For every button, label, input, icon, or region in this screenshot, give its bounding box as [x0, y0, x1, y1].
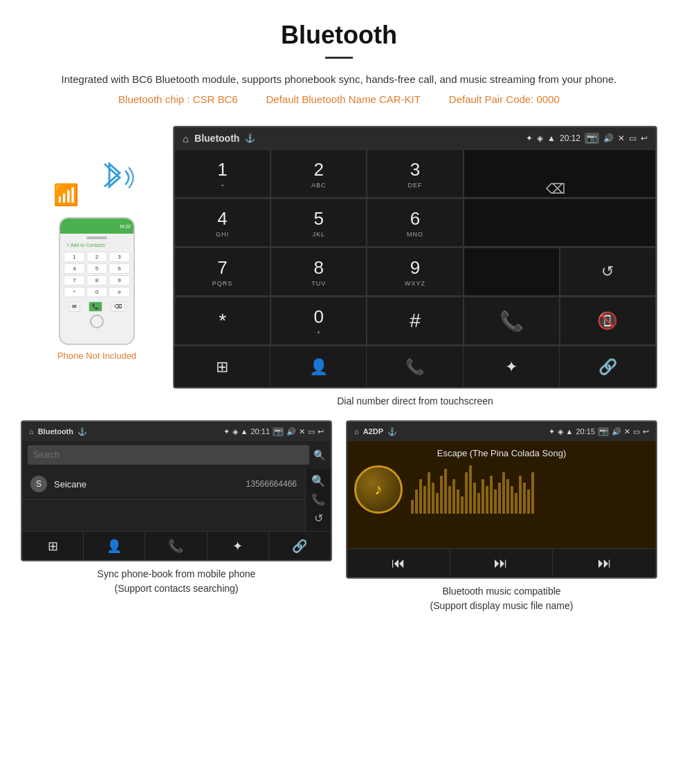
dial-bottom-bar: ⊞ 👤 📞 ✦ 🔗: [174, 346, 656, 387]
phonebook-screen: ⌂ Bluetooth ⚓ ✦ ◈ ▲ 20:11 📷 🔊 ✕ ▭ ↩: [21, 420, 332, 561]
dial-call-green-btn[interactable]: 📞: [464, 297, 560, 345]
music-bar: [527, 489, 530, 514]
music-bar: [469, 465, 472, 514]
dial-phone-icon[interactable]: 📞: [367, 346, 463, 387]
phone-key-3: 3: [109, 252, 129, 262]
phone-voicemail-btn: ✉: [68, 301, 80, 312]
pb-btn-phone[interactable]: 📞: [145, 532, 207, 560]
dial-link-icon[interactable]: 🔗: [560, 346, 656, 387]
phone-keypad: 1 2 3 4 5 6 7 8 9 * 0 #: [64, 252, 129, 297]
pb-search-input[interactable]: [28, 445, 309, 465]
pb-status-bar: ⌂ Bluetooth ⚓ ✦ ◈ ▲ 20:11 📷 🔊 ✕ ▭ ↩: [22, 422, 331, 441]
music-bar: [419, 479, 422, 514]
music-bar: [411, 500, 414, 514]
dial-row-3: 7PQRS 8TUV 9WXYZ ↺: [174, 248, 656, 297]
dial-call-red-btn[interactable]: 📵: [560, 297, 656, 345]
dial-close-icon: ✕: [618, 133, 625, 143]
music-bar: [490, 476, 493, 514]
pb-btn-contacts[interactable]: 👤: [84, 532, 145, 560]
main-content: 📶 M:20 + Add to Contacts 1 2 3: [0, 119, 678, 407]
dial-volume-icon: 🔊: [603, 133, 614, 143]
bottom-screenshots: ⌂ Bluetooth ⚓ ✦ ◈ ▲ 20:11 📷 🔊 ✕ ▭ ↩: [0, 407, 678, 627]
dial-key-8[interactable]: 8TUV: [271, 248, 367, 296]
pb-side-phone-icon[interactable]: 📞: [311, 493, 325, 506]
music-prev-btn[interactable]: ⏮: [347, 549, 450, 577]
dial-time: 20:12: [560, 133, 580, 143]
pb-home-icon: ⌂: [29, 427, 34, 436]
phone-key-5: 5: [86, 263, 107, 274]
dial-empty-3: [464, 248, 560, 296]
dial-screen-section: ⌂ Bluetooth ⚓ ✦ ◈ ▲ 20:12 📷 🔊 ✕ ▭ ↩: [173, 126, 657, 407]
dial-key-1[interactable]: 1⌁: [174, 149, 271, 198]
pb-bt-icon: ✦: [223, 427, 230, 436]
phone-key-8: 8: [86, 275, 107, 286]
phone-home-btn: [90, 315, 104, 328]
music-bar: [428, 472, 430, 514]
dial-key-5[interactable]: 5JKL: [271, 198, 367, 247]
pb-side-refresh-icon[interactable]: ↺: [311, 512, 325, 525]
music-bar: [457, 489, 459, 514]
dial-key-hash[interactable]: #: [367, 297, 463, 345]
music-bar: [531, 472, 534, 514]
pb-btn-bt[interactable]: ✦: [208, 532, 269, 560]
bluetooth-icon: 📶: [53, 183, 84, 206]
music-play-btn[interactable]: ⏭: [450, 549, 553, 577]
dial-key-9[interactable]: 9WXYZ: [367, 248, 463, 296]
dial-bt-icon: ✦: [526, 133, 533, 143]
pb-contact-row[interactable]: S Seicane 13566664466: [22, 469, 305, 500]
music-bar: [477, 493, 480, 514]
dial-backspace-icon[interactable]: ⌫: [546, 180, 565, 197]
dial-home-icon: ⌂: [183, 133, 189, 144]
pb-right-icons: 🔍 📞 ↺: [305, 469, 331, 531]
music-main-row: ♪: [354, 465, 649, 514]
bluetooth-icon-area: 📶: [53, 153, 140, 207]
dial-row-2: 4GHI 5JKL 6MNO: [174, 198, 656, 248]
music-home-icon: ⌂: [354, 427, 359, 436]
music-caption-line2: (Support display music file name): [430, 600, 574, 611]
dial-key-0[interactable]: 0+: [271, 297, 367, 345]
music-bottom-bar: ⏮ ⏭ ⏭: [347, 548, 656, 577]
dial-key-2[interactable]: 2ABC: [271, 149, 367, 198]
dial-bluetooth-icon[interactable]: ✦: [464, 346, 560, 387]
music-bar: [465, 472, 468, 514]
music-bar: [432, 483, 434, 514]
dial-empty-2: [464, 198, 656, 247]
music-album-art: ♪: [354, 465, 403, 514]
music-bar: [523, 483, 526, 514]
pb-side-search-icon[interactable]: 🔍: [311, 474, 325, 487]
music-bar: [436, 493, 439, 514]
music-usb-icon: ⚓: [387, 427, 397, 436]
phone-contact-label: + Add to Contacts: [64, 241, 129, 249]
music-status-bar: ⌂ A2DP ⚓ ✦ ◈ ▲ 20:15 📷 🔊 ✕ ▭ ↩: [347, 422, 656, 441]
phone-bottom-bar: ✉ 📞 ⌫: [64, 301, 129, 312]
pb-caption-line2: (Support contacts searching): [115, 583, 239, 594]
dial-back-icon: ↩: [641, 133, 648, 143]
pb-btn-grid[interactable]: ⊞: [22, 532, 84, 560]
dial-status-bar: ⌂ Bluetooth ⚓ ✦ ◈ ▲ 20:12 📷 🔊 ✕ ▭ ↩: [174, 127, 656, 149]
phone-key-2: 2: [86, 252, 107, 262]
phone-not-included-label: Phone Not Included: [57, 351, 136, 361]
dial-contacts-icon[interactable]: 👤: [271, 346, 367, 387]
page-title: Bluetooth: [42, 21, 636, 50]
pb-btn-link[interactable]: 🔗: [269, 532, 331, 560]
dial-key-3[interactable]: 3DEF: [367, 149, 463, 198]
pb-contact-letter: S: [30, 476, 47, 492]
dial-key-6[interactable]: 6MNO: [367, 198, 463, 247]
music-bar: [423, 486, 426, 514]
music-vol-icon: 🔊: [612, 427, 621, 436]
pb-contact-list: S Seicane 13566664466: [22, 469, 305, 531]
music-song-title: Escape (The Pina Colada Song): [437, 448, 566, 458]
dial-key-star[interactable]: *: [174, 297, 271, 345]
dial-key-4[interactable]: 4GHI: [174, 198, 271, 247]
pb-win-icon: ▭: [308, 427, 315, 436]
music-bar: [515, 493, 517, 514]
dial-key-7[interactable]: 7PQRS: [174, 248, 271, 296]
music-next-btn[interactable]: ⏭: [553, 549, 656, 577]
phone-key-1: 1: [64, 252, 84, 262]
dial-grid-icon[interactable]: ⊞: [174, 346, 271, 387]
pb-time: 20:11: [250, 427, 270, 436]
dial-screen-title: Bluetooth: [194, 133, 239, 144]
pb-loc-icon: ◈: [232, 427, 238, 436]
pb-bottom-bar: ⊞ 👤 📞 ✦ 🔗: [22, 531, 331, 560]
dial-refresh-btn[interactable]: ↺: [560, 248, 656, 296]
